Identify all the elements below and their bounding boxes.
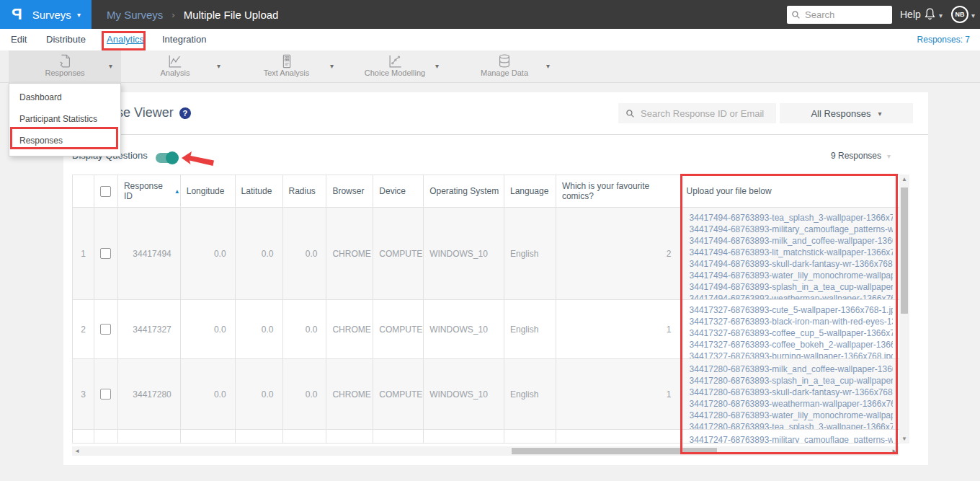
scroll-down-icon[interactable]: ▼ — [899, 436, 909, 442]
cell-os: WINDOWS_10 — [424, 300, 504, 358]
col-header-device[interactable]: Device — [373, 175, 424, 207]
cell-upload-files: 34417327-68763893-cute_5-wallpaper-1366x… — [681, 300, 900, 358]
chevron-down-icon[interactable]: ▾ — [330, 62, 334, 70]
row-checkbox[interactable] — [100, 324, 111, 335]
cell-os: WINDOWS_10 — [424, 208, 504, 299]
notifications-caret-icon[interactable]: ▾ — [939, 12, 943, 19]
col-header-upload[interactable]: Upload your file below — [681, 175, 900, 207]
help-question-icon[interactable]: ? — [179, 107, 191, 119]
toolbar-item-text-analysis[interactable]: Text Analysis ▾ — [231, 50, 342, 83]
file-link[interactable]: 34417494-68763893-milk_and_coffee-wallpa… — [690, 235, 893, 247]
col-header-latitude[interactable]: Latitude — [236, 175, 283, 207]
toolbar-item-responses[interactable]: Responses ▾ — [9, 50, 121, 83]
row-checkbox[interactable] — [100, 389, 111, 400]
row-number-header — [73, 175, 94, 207]
chevron-down-icon: ▾ — [77, 11, 81, 19]
table-row: 2 34417327 0.0 0.0 0.0 CHROME COMPUTER W… — [73, 300, 900, 359]
col-header-os[interactable]: Operating System — [424, 175, 504, 207]
tab-edit[interactable]: Edit — [11, 29, 27, 50]
file-link[interactable]: 34417494-68763893-tea_splash_3-wallpaper… — [690, 212, 893, 224]
cell-browser — [326, 430, 373, 444]
response-search-input[interactable] — [639, 107, 769, 120]
scroll-right-icon[interactable]: ► — [891, 448, 897, 454]
file-link[interactable]: 34417280-68763893-splash_in_a_tea_cup-wa… — [690, 375, 893, 387]
file-link[interactable]: 34417494-68763893-skull-dark-fantasy-wr-… — [690, 258, 893, 270]
file-link[interactable]: 34417494-68763893-military_camouflage_pa… — [690, 224, 893, 235]
select-all-checkbox[interactable] — [100, 186, 111, 197]
vertical-scroll-thumb[interactable] — [901, 187, 908, 314]
app-menu-surveys[interactable]: P Surveys ▾ — [0, 0, 92, 29]
responses-count-dropdown[interactable]: 9 Responses ▾ — [831, 151, 891, 161]
menu-item-dashboard[interactable]: Dashboard — [9, 87, 120, 108]
file-link[interactable]: 34417247-68763893-military_camouflage_pa… — [690, 434, 893, 444]
file-link[interactable]: 34417280-68763893-skull-dark-fantasy-wr-… — [690, 387, 893, 398]
col-header-response-id[interactable]: Response ID▲ — [118, 175, 181, 207]
global-search[interactable] — [787, 6, 892, 24]
toolbar-item-analysis[interactable]: Analysis ▾ — [121, 50, 229, 83]
file-link[interactable]: 34417494-68763893-lit_matchstick-wallpap… — [690, 247, 893, 258]
file-link[interactable]: 34417280-68763893-water_lily_monochrome-… — [690, 410, 893, 421]
menu-item-participant-statistics[interactable]: Participant Statistics — [9, 108, 120, 130]
file-link[interactable]: 34417280-68763893-tea_splash_3-wallpaper… — [690, 421, 893, 429]
file-link[interactable]: 34417327-68763893-burning-wallpaper-1366… — [690, 350, 893, 358]
file-link[interactable]: 34417327-68763893-cute_5-wallpaper-1366x… — [690, 304, 893, 316]
chevron-down-icon[interactable]: ▾ — [546, 62, 550, 70]
horizontal-scroll-thumb[interactable] — [512, 448, 717, 454]
response-search[interactable] — [618, 103, 776, 123]
all-responses-label: All Responses — [811, 108, 870, 119]
col-header-radius[interactable]: Radius — [283, 175, 327, 207]
tab-analytics[interactable]: Analytics — [107, 29, 144, 50]
all-responses-dropdown[interactable]: All Responses ▾ — [780, 103, 913, 123]
global-search-input[interactable] — [803, 9, 883, 21]
file-link[interactable]: 34417494-68763893-water_lily_monochrome-… — [690, 270, 893, 281]
col-header-language[interactable]: Language — [504, 175, 556, 207]
file-link[interactable]: 34417494-68763893-weatherman-wallpaper-1… — [690, 293, 893, 299]
cell-radius: 0.0 — [283, 208, 327, 299]
text-analysis-icon — [279, 53, 295, 69]
cell-response-id — [118, 430, 181, 444]
notifications-bell-icon[interactable] — [924, 7, 936, 24]
toolbar-item-manage-data[interactable]: Manage Data ▾ — [450, 50, 558, 83]
chevron-down-icon[interactable]: ▾ — [435, 62, 439, 70]
col-header-comics[interactable]: Which is your favourite comics? — [556, 175, 681, 207]
select-all-cell — [94, 175, 118, 207]
file-link[interactable]: 34417494-68763893-splash_in_a_tea_cup-wa… — [690, 281, 893, 293]
tab-distribute[interactable]: Distribute — [46, 29, 86, 50]
file-link[interactable]: 34417327-68763893-coffee_cup_5-wallpaper… — [690, 327, 893, 339]
col-header-longitude[interactable]: Longitude — [181, 175, 236, 207]
display-questions-toggle[interactable] — [156, 153, 177, 163]
tab-integration[interactable]: Integration — [162, 29, 206, 50]
file-link[interactable]: 34417327-68763893-black-iron-man-with-re… — [690, 316, 893, 327]
cell-upload-files: 34417494-68763893-tea_splash_3-wallpaper… — [681, 208, 900, 299]
account-caret-icon[interactable]: ▾ — [971, 12, 975, 19]
breadcrumb-separator-icon: › — [172, 9, 174, 20]
cell-response-id[interactable]: 34417280 — [118, 359, 181, 429]
file-link[interactable]: 34417280-68763893-weatherman-wallpaper-1… — [690, 398, 893, 410]
file-link[interactable]: 34417280-68763893-milk_and_coffee-wallpa… — [690, 363, 893, 375]
cell-radius: 0.0 — [283, 359, 327, 429]
breadcrumb-my-surveys[interactable]: My Surveys — [107, 9, 163, 21]
chevron-down-icon[interactable]: ▾ — [109, 62, 112, 70]
toolbar-item-choice-modelling[interactable]: Choice Modelling ▾ — [342, 50, 447, 83]
toolbar-item-label: Responses — [9, 69, 121, 77]
cell-device: COMPUTER — [373, 208, 424, 299]
menu-item-responses[interactable]: Responses — [9, 130, 120, 151]
scroll-up-icon[interactable]: ▲ — [899, 176, 909, 182]
chevron-down-icon: ▾ — [887, 152, 891, 160]
horizontal-scrollbar[interactable]: ◄ ► — [72, 446, 899, 456]
cell-latitude: 0.0 — [236, 359, 283, 429]
file-link[interactable]: 34417327-68763893-coffee_bokeh_2-wallpap… — [690, 339, 893, 350]
help-link[interactable]: Help — [900, 9, 921, 20]
cell-language: English — [504, 300, 556, 358]
vertical-scrollbar[interactable]: ▲ ▼ — [899, 175, 909, 444]
responses-count-badge[interactable]: Responses: 7 — [917, 29, 970, 50]
scroll-left-icon[interactable]: ◄ — [74, 448, 80, 454]
cell-radius: 0.0 — [283, 300, 327, 358]
chevron-down-icon[interactable]: ▾ — [217, 62, 220, 70]
app-menu-label: Surveys — [32, 9, 71, 21]
avatar[interactable]: NB — [951, 6, 968, 23]
row-checkbox[interactable] — [100, 248, 111, 259]
cell-response-id[interactable]: 34417327 — [118, 300, 181, 358]
col-header-browser[interactable]: Browser — [326, 175, 373, 207]
cell-response-id[interactable]: 34417494 — [118, 208, 181, 299]
